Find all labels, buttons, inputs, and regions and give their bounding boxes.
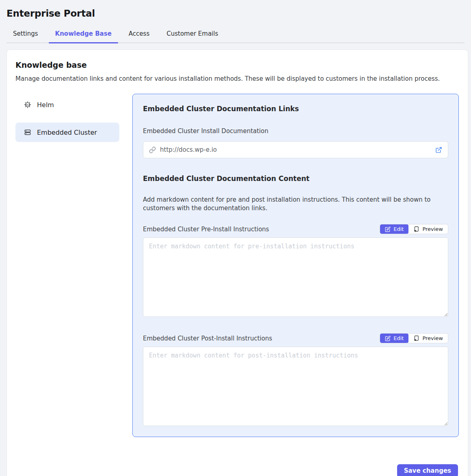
pre-install-mode-toggle: Edit Preview [380, 224, 448, 234]
preview-button-label: Preview [422, 226, 443, 232]
post-install-textarea[interactable] [143, 347, 448, 426]
tab-settings[interactable]: Settings [6, 26, 45, 43]
edit-button-label: Edit [393, 226, 404, 232]
link-icon [149, 146, 156, 153]
preview-icon [413, 226, 419, 232]
tab-knowledge-base[interactable]: Knowledge Base [49, 26, 118, 43]
page-title: Enterprise Portal [6, 8, 465, 19]
server-stack-icon [24, 128, 32, 136]
install-method-nav: HELM Helm Embedded Cluster [15, 94, 119, 150]
external-link-icon[interactable] [435, 146, 442, 153]
sidebar-item-embedded-cluster[interactable]: Embedded Cluster [15, 123, 119, 142]
pre-install-label: Embedded Cluster Pre-Install Instruction… [143, 226, 269, 233]
install-doc-field [143, 141, 448, 158]
docs-links-heading: Embedded Cluster Documentation Links [143, 105, 448, 113]
tab-access[interactable]: Access [122, 26, 156, 43]
svg-text:HELM: HELM [25, 104, 30, 106]
preview-button[interactable]: Preview [408, 334, 448, 343]
edit-icon [385, 226, 391, 232]
edit-button-label: Edit [393, 335, 404, 341]
sidebar-item-label: Helm [37, 101, 54, 109]
edit-button[interactable]: Edit [380, 334, 408, 343]
save-row: Save changes [15, 464, 459, 476]
install-doc-input[interactable] [160, 146, 431, 153]
post-install-header: Embedded Cluster Post-Install Instructio… [143, 333, 448, 343]
page-header: Enterprise Portal [0, 0, 471, 19]
preview-button-label: Preview [422, 335, 443, 341]
post-install-label: Embedded Cluster Post-Install Instructio… [143, 335, 272, 342]
helm-logo-icon: HELM [24, 101, 32, 109]
install-doc-label: Embedded Cluster Install Documentation [143, 127, 448, 135]
sidebar-item-helm[interactable]: HELM Helm [15, 95, 119, 114]
embedded-cluster-panel: Embedded Cluster Documentation Links Emb… [132, 94, 459, 437]
edit-icon [385, 336, 391, 341]
pre-install-textarea[interactable] [143, 237, 448, 317]
section-description: Manage documentation links and content f… [15, 75, 459, 82]
knowledge-base-card: Knowledge base Manage documentation link… [6, 50, 468, 476]
docs-content-heading: Embedded Cluster Documentation Content [143, 174, 448, 183]
docs-content-description: Add markdown content for pre and post in… [143, 196, 448, 213]
tab-bar: Settings Knowledge Base Access Customer … [6, 26, 465, 43]
post-install-mode-toggle: Edit Preview [380, 333, 448, 343]
sidebar-item-label: Embedded Cluster [37, 129, 97, 136]
section-title: Knowledge base [15, 60, 459, 69]
pre-install-header: Embedded Cluster Pre-Install Instruction… [143, 224, 448, 234]
preview-button[interactable]: Preview [408, 224, 448, 234]
preview-icon [413, 335, 419, 341]
edit-button[interactable]: Edit [380, 224, 408, 234]
save-changes-button[interactable]: Save changes [397, 464, 458, 476]
tab-customer-emails[interactable]: Customer Emails [160, 26, 225, 43]
content-row: HELM Helm Embedded Cluster Embedd [15, 94, 459, 437]
